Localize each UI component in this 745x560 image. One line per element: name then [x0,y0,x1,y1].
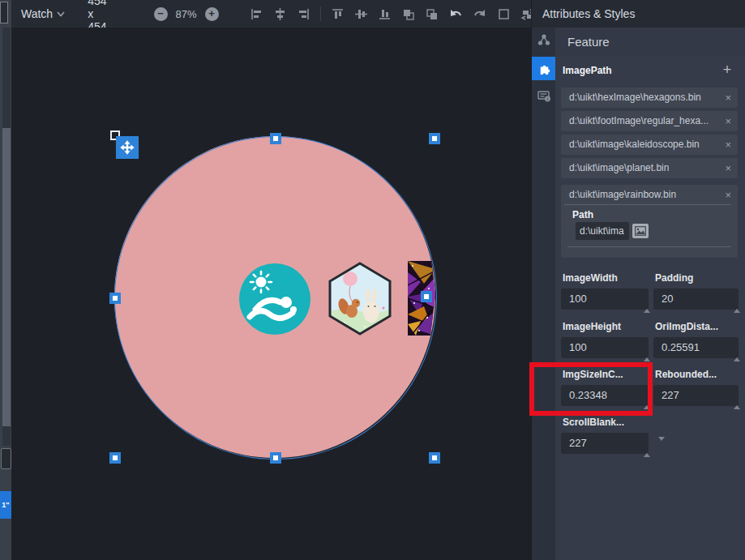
remove-path-button[interactable]: × [725,185,731,205]
resize-handle-top-right[interactable] [429,133,440,144]
remove-path-button[interactable]: × [725,158,731,178]
left-panel-item[interactable] [0,2,8,24]
feature-section-header: Feature [555,28,745,57]
align-middle-vertical-icon[interactable] [354,7,368,21]
swim-activity-icon[interactable] [239,263,310,335]
left-panel-badge[interactable]: 1" [0,491,11,519]
field-input-imgsizeinc[interactable]: 0.23348 [561,385,649,406]
field-label-rebounded: Rebounded... [655,369,717,380]
imagepath-item[interactable]: d:\uikt\footImage\regular_hexa... × [561,111,738,131]
imagepath-item-expanded: d:\uikt\image\rainbow.bin × Path d:\uikt… [561,185,738,258]
imagepath-value: d:\uikt\image\rainbow.bin [569,189,676,200]
imagepath-item[interactable]: d:\uikt\image\planet.bin × [561,158,738,178]
resize-handle-bottom-left[interactable] [109,452,121,464]
attributes-panel: Feature ImagePath + d:\uikt\hexImage\hex… [555,28,745,560]
left-scrollbar-thumb[interactable] [2,128,11,426]
top-toolbar: Watch 454 x 454 − 87% + [11,0,531,28]
undo-icon[interactable] [448,7,463,21]
sun-icon [250,271,272,293]
field-label-oriimgdistance: OriImgDista... [655,321,718,332]
imagepath-item[interactable]: d:\uikt\image\kaleidoscope.bin × [561,135,738,155]
imagepath-label: ImagePath [563,63,612,78]
align-right-icon[interactable] [297,7,310,21]
section-title: Feature [567,35,610,49]
panel-tab-strip: i [531,28,556,560]
imagepath-value: d:\uikt\footImage\regular_hexa... [569,111,709,131]
redo-icon[interactable] [473,7,487,21]
imagepath-item[interactable]: d:\uikt\image\rainbow.bin × [561,185,738,205]
align-bottom-icon[interactable] [378,7,392,21]
field-input-imageheight[interactable]: 100 [561,337,649,358]
field-label-imagewidth: ImageWidth [563,272,618,284]
field-label-imgsizeinc: ImgSizeInC... [563,369,623,380]
stepper-control[interactable] [726,293,733,306]
align-left-icon[interactable] [250,7,263,21]
component-puzzle-icon [537,62,551,75]
image-icon [635,226,646,236]
field-input-scrollblank[interactable]: 227 [561,433,649,454]
field-label-scrollblank: ScrollBlank... [563,417,624,428]
field-input-imagewidth[interactable]: 100 [561,289,649,310]
zoom-out-button[interactable]: − [154,7,168,21]
imagepath-item[interactable]: d:\uikt\hexImage\hexagons.bin × [561,88,738,108]
stepper-control[interactable] [636,437,643,450]
remove-path-button[interactable]: × [725,111,731,131]
move-tool-button[interactable] [116,136,139,159]
tab-component-active[interactable] [532,57,556,80]
hierarchy-icon[interactable] [537,32,551,47]
imagepath-value: d:\uikt\image\kaleidoscope.bin [569,135,700,155]
resize-handle-bottom-center[interactable] [270,452,281,464]
field-input-padding[interactable]: 20 [653,289,739,310]
device-selector[interactable]: Watch [21,7,53,20]
resize-handle-middle-left[interactable] [109,293,121,304]
field-label-imageheight: ImageHeight [563,321,621,332]
browse-image-button[interactable] [632,224,649,238]
stepper-control[interactable] [726,341,733,354]
remove-path-button[interactable]: × [725,135,731,155]
imagepath-value: d:\uikt\hexImage\hexagons.bin [569,88,701,108]
divider [567,246,731,247]
resize-handle-top-center[interactable] [270,133,281,144]
field-input-oriimgdistance[interactable]: 0.25591 [653,337,739,358]
remove-path-button[interactable]: × [725,88,731,108]
stepper-control[interactable] [726,389,733,402]
selection-box-icon[interactable] [497,7,511,21]
path-field-label: Path [572,209,593,220]
add-imagepath-button[interactable]: + [717,60,737,79]
resize-handle-middle-right[interactable] [421,291,432,302]
swimmer-glyph [250,297,297,318]
path-input[interactable]: d:\uikt\ima [576,222,629,240]
design-canvas[interactable] [11,28,531,560]
imagepath-value: d:\uikt\image\planet.bin [569,158,669,178]
field-input-rebounded[interactable]: 227 [653,385,739,406]
divider [564,204,731,205]
zoom-level-label: 87% [176,8,197,20]
toolbar-separator [320,6,321,21]
align-center-horizontal-icon[interactable] [273,7,287,21]
panel-title: Attributes & Styles [542,7,635,20]
stepper-control[interactable] [636,341,643,354]
field-label-padding: Padding [655,272,693,284]
chevron-down-icon[interactable] [57,11,65,17]
hexagon-animals-illustration[interactable] [328,262,392,336]
zoom-in-button[interactable]: + [205,7,219,21]
properties-info-icon[interactable]: i [537,88,551,103]
left-panel-item[interactable] [1,448,11,469]
align-top-icon[interactable] [331,7,345,21]
attributes-panel-header: Attributes & Styles [531,0,745,28]
alignment-toolbar [250,6,535,21]
send-backward-icon[interactable] [425,7,439,21]
resize-handle-bottom-right[interactable] [429,452,440,464]
left-edge-panel: 1" [0,0,11,560]
bring-forward-icon[interactable] [401,7,415,21]
stepper-control[interactable] [636,389,643,402]
zoom-controls: − 87% + [154,7,219,21]
stepper-control[interactable] [636,293,643,306]
move-arrows-icon [118,139,136,156]
